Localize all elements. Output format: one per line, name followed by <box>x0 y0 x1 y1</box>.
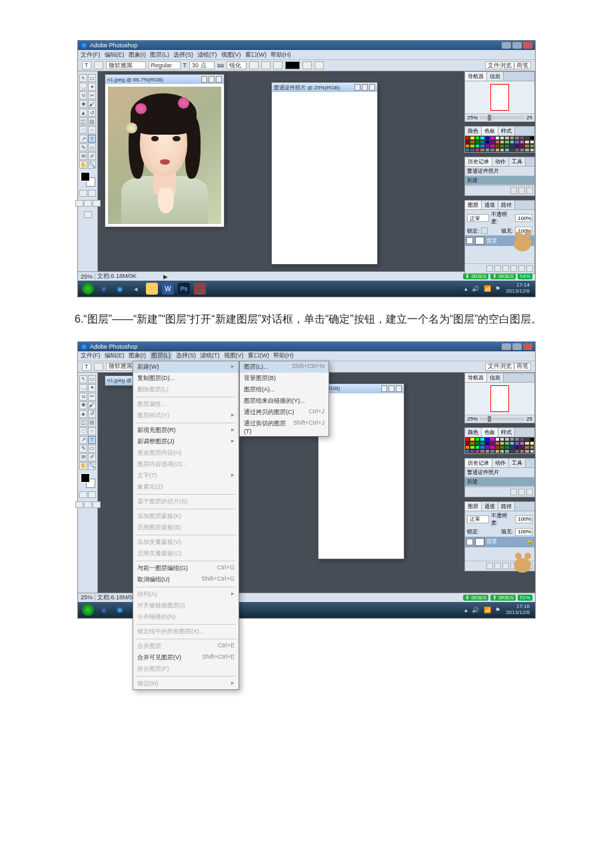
tools-tab[interactable]: 工具 <box>509 459 526 467</box>
move-tool-icon[interactable]: ↖ <box>79 375 87 383</box>
tray-clock[interactable]: 17:142013/12/8 <box>506 283 531 295</box>
close-icon[interactable] <box>216 76 222 83</box>
info-tab[interactable]: 信息 <box>487 373 504 382</box>
nav-slider[interactable] <box>480 116 524 119</box>
swatch-cell[interactable] <box>520 449 524 453</box>
word-icon[interactable]: W <box>162 283 174 295</box>
channels-tab[interactable]: 通道 <box>482 201 498 209</box>
menu-window[interactable]: 窗口(W) <box>248 351 270 360</box>
history-tab[interactable]: 历史记录 <box>465 157 492 166</box>
menu-select[interactable]: 选择(S) <box>173 51 193 59</box>
trash-icon[interactable] <box>526 187 533 194</box>
swatches-grid[interactable] <box>465 136 534 152</box>
doc2-canvas[interactable] <box>318 393 404 559</box>
history-row-selected[interactable]: 新建 <box>465 477 534 487</box>
menu-item[interactable]: 复制图层(D)... <box>133 373 239 384</box>
info-tab[interactable]: 信息 <box>487 72 504 81</box>
swatch-cell[interactable] <box>510 449 514 453</box>
swatch-cell[interactable] <box>490 449 494 453</box>
brush-tool-icon[interactable]: 🖌 <box>88 401 96 409</box>
hand-tool-icon[interactable]: ✋ <box>79 161 87 169</box>
path-tool-icon[interactable]: ↗ <box>79 135 87 143</box>
align-right-button[interactable] <box>273 61 283 69</box>
move-tool-icon[interactable]: ↖ <box>79 74 87 82</box>
tools-tab[interactable]: 工具 <box>509 157 526 166</box>
eraser-tool-icon[interactable]: ◫ <box>79 117 87 125</box>
fx-icon[interactable] <box>486 563 493 569</box>
paths-tab[interactable]: 路径 <box>498 201 515 209</box>
nav-zoom[interactable]: 25% <box>467 416 478 422</box>
swatch-cell[interactable] <box>514 449 519 453</box>
color-tab[interactable]: 颜色 <box>465 428 482 437</box>
doc1-canvas[interactable] <box>105 84 224 227</box>
back-icon[interactable]: ◂ <box>130 283 142 295</box>
quickmask-mode-icon[interactable] <box>88 491 96 498</box>
swatch-cell[interactable] <box>524 148 529 152</box>
tray-icons[interactable]: ▴ 🔊 📶 ⚑ <box>464 607 502 613</box>
tool-preset-button[interactable] <box>94 363 103 371</box>
lasso-tool-icon[interactable]: ◡ <box>79 384 87 392</box>
maximize-button[interactable] <box>512 42 522 49</box>
menubar[interactable]: 文件(F) 编辑(E) 图象(I) 图层(L) 选择(S) 滤镜(T) 视图(V… <box>78 351 535 361</box>
history-row[interactable]: 普通证件照片 <box>465 468 534 477</box>
swatch-cell[interactable] <box>465 449 470 453</box>
slice-tool-icon[interactable]: ✂ <box>88 393 96 401</box>
ps-task-icon[interactable]: Ps <box>178 283 190 295</box>
path-tool-icon[interactable]: ↗ <box>79 436 87 444</box>
swatch-cell[interactable] <box>530 449 534 453</box>
screenmode-1-icon[interactable] <box>75 501 83 508</box>
status-zoom[interactable]: 25% <box>81 594 93 601</box>
fx-icon[interactable] <box>486 265 493 272</box>
fg-color-swatch[interactable] <box>81 172 90 181</box>
wand-tool-icon[interactable]: ✦ <box>88 83 96 91</box>
pen-tool-icon[interactable]: ✎ <box>79 143 87 151</box>
nav-thumbnail[interactable] <box>465 81 534 113</box>
min-icon[interactable] <box>381 385 387 392</box>
blur-tool-icon[interactable]: ◌ <box>79 126 87 134</box>
browser-icon[interactable]: ◉ <box>114 283 126 295</box>
history-brush-icon[interactable]: ↺ <box>88 109 96 117</box>
align-center-button[interactable] <box>261 61 271 69</box>
max-icon[interactable] <box>388 385 394 392</box>
swatch-cell[interactable] <box>504 449 509 453</box>
ie-icon[interactable]: e <box>98 604 110 616</box>
minimize-button[interactable] <box>502 343 511 350</box>
font-size-input[interactable]: 30 点 <box>189 61 215 69</box>
swatch-cell[interactable] <box>475 148 480 152</box>
menu-view[interactable]: 视图(V) <box>221 51 241 59</box>
swatch-cell[interactable] <box>485 148 490 152</box>
close-icon[interactable] <box>396 385 402 392</box>
swatch-cell[interactable] <box>495 148 500 152</box>
blend-mode[interactable]: 正常 <box>467 515 489 523</box>
opacity-input[interactable]: 100% <box>515 214 532 222</box>
menu-file[interactable]: 文件(F) <box>81 51 101 59</box>
maximize-button[interactable] <box>512 343 522 350</box>
menu-edit[interactable]: 编辑(E) <box>105 351 125 360</box>
submenu-item[interactable]: 图层组来自链接的(Y)... <box>240 395 328 407</box>
nav-tab[interactable]: 导航器 <box>465 373 487 382</box>
history-row[interactable]: 普通证件照片 <box>465 167 534 176</box>
mask-icon[interactable] <box>494 563 501 569</box>
menu-item[interactable]: 新填充图层(R)▸ <box>133 425 239 436</box>
blend-mode[interactable]: 正常 <box>467 214 489 222</box>
explorer-icon[interactable] <box>146 283 158 295</box>
tray-clock[interactable]: 17:162013/12/8 <box>506 604 531 616</box>
styles-tab[interactable]: 样式 <box>498 428 515 437</box>
lasso-tool-icon[interactable]: ◡ <box>79 83 87 91</box>
swatch-cell[interactable] <box>500 449 504 453</box>
menubar[interactable]: 文件(F) 编辑(E) 图象(I) 图层(L) 选择(S) 滤镜(T) 视图(V… <box>78 50 535 59</box>
healing-tool-icon[interactable]: ✚ <box>79 401 87 409</box>
quickmask-mode-icon[interactable] <box>88 190 96 197</box>
notes-tool-icon[interactable]: ✉ <box>79 453 87 461</box>
nav-zoom[interactable]: 25% <box>467 115 478 121</box>
marquee-tool-icon[interactable]: ▭ <box>88 375 96 383</box>
dodge-tool-icon[interactable]: ○ <box>88 126 96 134</box>
brush-tool-icon[interactable]: 🖌 <box>88 100 96 108</box>
text-color-swatch[interactable] <box>285 61 300 69</box>
start-button-icon[interactable] <box>82 283 94 295</box>
stamp-tool-icon[interactable]: ▲ <box>79 109 87 117</box>
jump-to-icon[interactable] <box>84 211 92 218</box>
warp-text-button[interactable] <box>303 61 312 69</box>
mask-icon[interactable] <box>494 265 501 272</box>
shape-tool-icon[interactable]: ▭ <box>88 143 96 151</box>
